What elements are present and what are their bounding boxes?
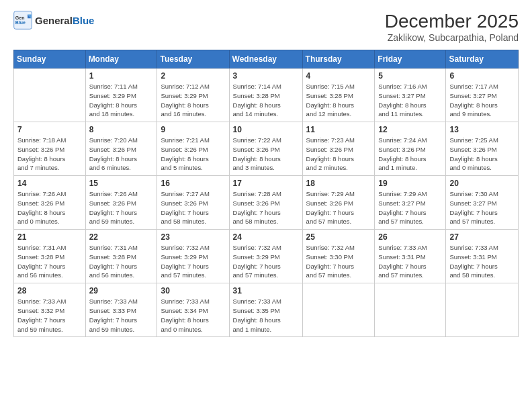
cell-w5-d2: 30Sunrise: 7:33 AMSunset: 3:34 PMDayligh… (157, 283, 229, 337)
cell-w1-d6: 6Sunrise: 7:17 AMSunset: 3:27 PMDaylight… (446, 68, 519, 122)
cell-w4-d0: 21Sunrise: 7:31 AMSunset: 3:28 PMDayligh… (14, 230, 86, 283)
day-number-7: 7 (17, 125, 82, 134)
cell-w3-d4: 18Sunrise: 7:29 AMSunset: 3:26 PMDayligh… (302, 176, 375, 230)
cell-w2-d4: 11Sunrise: 7:23 AMSunset: 3:26 PMDayligh… (302, 122, 375, 176)
header-thursday: Thursday (302, 50, 375, 68)
cell-w1-d5: 5Sunrise: 7:16 AMSunset: 3:27 PMDaylight… (375, 68, 446, 122)
day-info-29: Sunrise: 7:33 AMSunset: 3:33 PMDaylight:… (89, 297, 154, 334)
header: Gen Blue General Blue December 2025 Zakl… (13, 11, 519, 43)
day-number-19: 19 (378, 179, 442, 188)
logo-blue: Blue (73, 15, 95, 26)
cell-w5-d6 (446, 283, 519, 337)
calendar-title: December 2025 (385, 11, 519, 32)
header-sunday: Sunday (14, 50, 86, 68)
day-info-19: Sunrise: 7:29 AMSunset: 3:27 PMDaylight:… (378, 189, 442, 226)
day-number-3: 3 (233, 71, 299, 81)
day-number-28: 28 (17, 286, 82, 295)
day-info-22: Sunrise: 7:31 AMSunset: 3:28 PMDaylight:… (89, 243, 154, 280)
logo: Gen Blue General Blue (13, 11, 94, 30)
cell-w2-d2: 9Sunrise: 7:21 AMSunset: 3:26 PMDaylight… (157, 122, 229, 176)
calendar-table: Sunday Monday Tuesday Wednesday Thursday… (13, 50, 519, 337)
cell-w5-d0: 28Sunrise: 7:33 AMSunset: 3:32 PMDayligh… (14, 283, 86, 337)
day-number-24: 24 (233, 232, 299, 242)
day-number-31: 31 (233, 286, 299, 295)
day-info-25: Sunrise: 7:32 AMSunset: 3:30 PMDaylight:… (306, 243, 371, 280)
day-info-9: Sunrise: 7:21 AMSunset: 3:26 PMDaylight:… (161, 136, 225, 173)
day-number-2: 2 (161, 71, 225, 81)
day-info-12: Sunrise: 7:24 AMSunset: 3:26 PMDaylight:… (378, 136, 442, 173)
cell-w5-d3: 31Sunrise: 7:33 AMSunset: 3:35 PMDayligh… (229, 283, 302, 337)
cell-w2-d0: 7Sunrise: 7:18 AMSunset: 3:26 PMDaylight… (14, 122, 86, 176)
week-row-2: 7Sunrise: 7:18 AMSunset: 3:26 PMDaylight… (14, 122, 519, 176)
day-number-20: 20 (449, 179, 515, 188)
week-row-1: 1Sunrise: 7:11 AMSunset: 3:29 PMDaylight… (14, 68, 519, 122)
day-number-13: 13 (449, 125, 515, 134)
day-info-10: Sunrise: 7:22 AMSunset: 3:26 PMDaylight:… (233, 136, 299, 173)
header-friday: Friday (375, 50, 446, 68)
day-number-5: 5 (378, 71, 442, 81)
day-info-21: Sunrise: 7:31 AMSunset: 3:28 PMDaylight:… (17, 243, 82, 280)
cell-w4-d2: 23Sunrise: 7:32 AMSunset: 3:29 PMDayligh… (157, 230, 229, 283)
cell-w1-d4: 4Sunrise: 7:15 AMSunset: 3:28 PMDaylight… (302, 68, 375, 122)
cell-w3-d5: 19Sunrise: 7:29 AMSunset: 3:27 PMDayligh… (375, 176, 446, 230)
day-info-4: Sunrise: 7:15 AMSunset: 3:28 PMDaylight:… (306, 82, 371, 119)
day-number-27: 27 (449, 232, 515, 242)
cell-w3-d6: 20Sunrise: 7:30 AMSunset: 3:27 PMDayligh… (446, 176, 519, 230)
cell-w4-d6: 27Sunrise: 7:33 AMSunset: 3:31 PMDayligh… (446, 230, 519, 283)
day-info-26: Sunrise: 7:33 AMSunset: 3:31 PMDaylight:… (378, 243, 442, 280)
day-info-15: Sunrise: 7:26 AMSunset: 3:26 PMDaylight:… (89, 189, 154, 226)
day-info-30: Sunrise: 7:33 AMSunset: 3:34 PMDaylight:… (161, 297, 225, 334)
cell-w1-d0 (14, 68, 86, 122)
day-info-23: Sunrise: 7:32 AMSunset: 3:29 PMDaylight:… (161, 243, 225, 280)
calendar-body: 1Sunrise: 7:11 AMSunset: 3:29 PMDaylight… (14, 68, 519, 337)
day-info-6: Sunrise: 7:17 AMSunset: 3:27 PMDaylight:… (449, 82, 515, 119)
day-number-25: 25 (306, 232, 371, 242)
logo-text-block: General Blue (35, 15, 94, 26)
day-number-29: 29 (89, 286, 154, 295)
day-number-18: 18 (306, 179, 371, 188)
day-info-17: Sunrise: 7:28 AMSunset: 3:26 PMDaylight:… (233, 189, 299, 226)
day-number-11: 11 (306, 125, 371, 134)
svg-text:Blue: Blue (15, 20, 26, 25)
title-block: December 2025 Zaklikow, Subcarpathia, Po… (385, 11, 519, 43)
day-info-16: Sunrise: 7:27 AMSunset: 3:26 PMDaylight:… (161, 189, 225, 226)
day-info-3: Sunrise: 7:14 AMSunset: 3:28 PMDaylight:… (233, 82, 299, 119)
calendar-subtitle: Zaklikow, Subcarpathia, Poland (385, 32, 519, 43)
cell-w5-d4 (302, 283, 375, 337)
cell-w1-d1: 1Sunrise: 7:11 AMSunset: 3:29 PMDaylight… (85, 68, 157, 122)
cell-w1-d3: 3Sunrise: 7:14 AMSunset: 3:28 PMDaylight… (229, 68, 302, 122)
day-number-23: 23 (161, 232, 225, 242)
day-number-30: 30 (161, 286, 225, 295)
day-number-21: 21 (17, 232, 82, 242)
header-tuesday: Tuesday (157, 50, 229, 68)
day-info-2: Sunrise: 7:12 AMSunset: 3:29 PMDaylight:… (161, 82, 225, 119)
day-info-1: Sunrise: 7:11 AMSunset: 3:29 PMDaylight:… (89, 82, 154, 119)
header-saturday: Saturday (446, 50, 519, 68)
day-info-20: Sunrise: 7:30 AMSunset: 3:27 PMDaylight:… (449, 189, 515, 226)
cell-w1-d2: 2Sunrise: 7:12 AMSunset: 3:29 PMDaylight… (157, 68, 229, 122)
day-info-13: Sunrise: 7:25 AMSunset: 3:26 PMDaylight:… (449, 136, 515, 173)
calendar-header: Sunday Monday Tuesday Wednesday Thursday… (14, 50, 519, 68)
day-info-27: Sunrise: 7:33 AMSunset: 3:31 PMDaylight:… (449, 243, 515, 280)
day-number-6: 6 (449, 71, 515, 81)
day-info-7: Sunrise: 7:18 AMSunset: 3:26 PMDaylight:… (17, 136, 82, 173)
day-number-1: 1 (89, 71, 154, 81)
day-number-26: 26 (378, 232, 442, 242)
week-row-4: 21Sunrise: 7:31 AMSunset: 3:28 PMDayligh… (14, 230, 519, 283)
day-number-17: 17 (233, 179, 299, 188)
day-number-15: 15 (89, 179, 154, 188)
svg-text:Gen: Gen (15, 15, 25, 20)
cell-w2-d6: 13Sunrise: 7:25 AMSunset: 3:26 PMDayligh… (446, 122, 519, 176)
cell-w2-d3: 10Sunrise: 7:22 AMSunset: 3:26 PMDayligh… (229, 122, 302, 176)
cell-w3-d3: 17Sunrise: 7:28 AMSunset: 3:26 PMDayligh… (229, 176, 302, 230)
day-info-31: Sunrise: 7:33 AMSunset: 3:35 PMDaylight:… (233, 297, 299, 334)
cell-w4-d3: 24Sunrise: 7:32 AMSunset: 3:29 PMDayligh… (229, 230, 302, 283)
cell-w5-d1: 29Sunrise: 7:33 AMSunset: 3:33 PMDayligh… (85, 283, 157, 337)
week-row-3: 14Sunrise: 7:26 AMSunset: 3:26 PMDayligh… (14, 176, 519, 230)
day-info-8: Sunrise: 7:20 AMSunset: 3:26 PMDaylight:… (89, 136, 154, 173)
week-row-5: 28Sunrise: 7:33 AMSunset: 3:32 PMDayligh… (14, 283, 519, 337)
cell-w5-d5 (375, 283, 446, 337)
page: Gen Blue General Blue December 2025 Zakl… (0, 0, 532, 411)
cell-w4-d4: 25Sunrise: 7:32 AMSunset: 3:30 PMDayligh… (302, 230, 375, 283)
logo-general: General (35, 15, 73, 26)
